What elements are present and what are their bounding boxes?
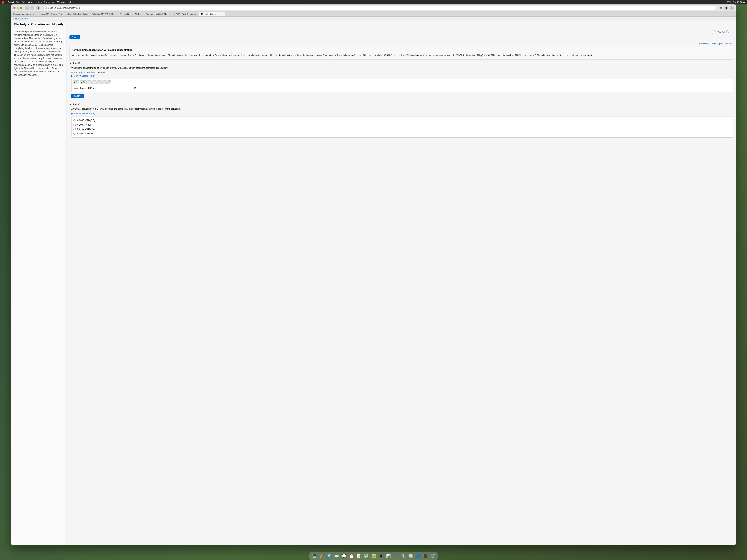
dock-calendar[interactable]: 📅 xyxy=(348,553,355,559)
tab-6[interactable]: ALEKS - Sofia Simmons... xyxy=(172,12,199,16)
window-menu[interactable]: Window xyxy=(57,1,66,3)
tab-1[interactable]: Inbox (13) - thesym1@g... xyxy=(38,12,66,16)
file-menu[interactable]: File xyxy=(16,1,20,3)
tab-view-button[interactable]: ⊞ xyxy=(36,6,41,10)
part-c-header[interactable]: ▼ Part C xyxy=(70,103,733,106)
concentration-input[interactable] xyxy=(95,86,132,90)
next-question-button[interactable]: › xyxy=(726,30,730,34)
top-right-links[interactable]: ■ Review | Constants | Periodic Table xyxy=(70,43,733,45)
maximize-button[interactable] xyxy=(20,7,22,9)
dock-finder[interactable]: 🖥️ xyxy=(311,553,317,559)
apple-menu[interactable]: 🍎 xyxy=(1,1,5,4)
dock-photos[interactable]: 🖼️ xyxy=(370,553,377,559)
history-menu[interactable]: History xyxy=(35,1,42,3)
dock-podcasts[interactable]: 🎙️ xyxy=(400,553,407,559)
part-c-content: A 0.100 M solution of K2SO4 would contai… xyxy=(70,107,733,138)
prev-question-button[interactable]: ‹ xyxy=(712,30,716,34)
dock-messages[interactable]: 💬 xyxy=(340,553,347,559)
radio-a[interactable] xyxy=(73,119,76,122)
dock-facetime[interactable]: 📱 xyxy=(378,553,384,559)
tab-2[interactable]: Class Schedule Listing xyxy=(66,12,90,16)
homework-back-link[interactable]: < Homework 5 xyxy=(14,18,28,20)
part-b-hint-link[interactable]: ▶ View Available Hint(s) xyxy=(71,75,733,77)
option-d-label: 0.0500 M NaOH xyxy=(77,132,93,135)
molarity-unit: M xyxy=(134,87,136,89)
math-input-container: ■√□ ΑΣφ ↩ ↪ ↺ ▭ ? concentration of K+ = xyxy=(71,79,733,92)
radio-c[interactable] xyxy=(73,128,76,130)
toolbar-actions: ⬆ + xyxy=(724,6,733,10)
dock-chrome[interactable]: 🔵 xyxy=(415,553,421,559)
dock-numbers[interactable]: 📊 xyxy=(385,553,392,559)
math-btn-symbols[interactable]: ΑΣφ xyxy=(80,80,86,84)
option-a[interactable]: 0.0800 M Na2CO3 xyxy=(73,118,731,123)
part-b-submit-button[interactable]: Submit xyxy=(71,94,84,98)
part-c-label: Part C xyxy=(73,103,80,106)
part-b-arrow: ▼ xyxy=(70,62,72,64)
radio-b[interactable] xyxy=(73,124,76,126)
nav-buttons: ‹ › xyxy=(25,6,34,10)
left-panel-text: When a compound is dissolved in water, t… xyxy=(14,30,64,77)
dock-safari[interactable]: 🌍 xyxy=(326,553,332,559)
browser-titlebar: ‹ › ⊞ 🔒 session.masteringchemistry.com ⊞… xyxy=(11,4,736,12)
part-b-content: What is the concentration of K+ ions in … xyxy=(70,66,733,100)
math-btn-redo[interactable]: ↪ xyxy=(92,80,97,84)
option-c[interactable]: 0.0750 M Na3PO4 xyxy=(73,127,731,131)
clock: Sun 10:51 AM xyxy=(733,1,746,3)
tab-0[interactable]: Consider summer class... xyxy=(11,12,38,16)
radio-d[interactable] xyxy=(73,132,76,135)
dock-maps[interactable]: 🗺️ xyxy=(363,553,369,559)
help-menu[interactable]: Help xyxy=(68,1,72,3)
browser-window: ‹ › ⊞ 🔒 session.masteringchemistry.com ⊞… xyxy=(11,4,736,545)
menubar: 🍎 Safari File Edit View History Bookmark… xyxy=(0,0,747,4)
forward-nav-button[interactable]: › xyxy=(30,6,34,10)
question-counter: 7 of 24 xyxy=(717,31,725,34)
traffic-lights xyxy=(14,7,22,9)
dock-notes[interactable]: 📝 xyxy=(355,553,362,559)
math-btn-reset[interactable]: ↺ xyxy=(97,80,102,84)
info-box-title: Formula-unit concentration versus ion co… xyxy=(72,48,731,52)
menubar-left: 🍎 Safari File Edit View History Bookmark… xyxy=(1,1,72,4)
safari-menu[interactable]: Safari xyxy=(7,1,14,3)
part-c-arrow: ▼ xyxy=(70,103,72,106)
url-text: session.masteringchemistry.com xyxy=(48,7,80,9)
math-input-row: concentration of K+ = M xyxy=(73,86,731,90)
tab-7-active[interactable]: MasteringChemistry: H... xyxy=(199,12,226,16)
browser-tabs: Consider summer class... Inbox (13) - th… xyxy=(11,12,736,17)
dock-mail[interactable]: ✉️ xyxy=(333,553,340,559)
edit-menu[interactable]: Edit xyxy=(22,1,26,3)
submit-button-top[interactable]: Submit xyxy=(70,35,80,39)
info-box-text: When you are given a concentration for a… xyxy=(72,53,731,57)
part-b-question: What is the concentration of K+ ions in … xyxy=(71,66,733,70)
view-menu[interactable]: View xyxy=(28,1,33,3)
minimize-button[interactable] xyxy=(17,7,19,9)
back-nav-button[interactable]: ‹ xyxy=(25,6,29,10)
math-btn-sqrt[interactable]: ■√□ xyxy=(73,80,79,84)
share-button[interactable]: ⬆ xyxy=(724,6,728,10)
math-btn-help[interactable]: ? xyxy=(107,80,111,84)
dock-music[interactable]: 🎵 xyxy=(392,553,399,559)
close-button[interactable] xyxy=(14,7,16,9)
bookmarks-menu[interactable]: Bookmarks xyxy=(44,1,55,3)
dock-launchpad[interactable]: 🚀 xyxy=(318,553,325,559)
reader-mode-button[interactable]: ⊞ xyxy=(719,6,723,10)
new-tab-plus[interactable]: + xyxy=(226,12,230,17)
tab-5[interactable]: Pearson's MyLab & Mas... xyxy=(144,12,172,16)
part-b-subtext: Express the concentration in molarity. xyxy=(71,71,733,74)
tab-4[interactable]: Ellucian Degree Works... xyxy=(118,12,144,16)
right-panel: ‹ 7 of 24 › Submit ■ Review | Constants … xyxy=(67,27,736,545)
url-bar[interactable]: 🔒 session.masteringchemistry.com xyxy=(43,6,716,10)
option-a-label: 0.0800 M Na2CO3 xyxy=(77,119,95,122)
tab-3[interactable]: Schedule 111.009 & 111.... xyxy=(90,12,118,16)
dock-tv[interactable]: 🎬 xyxy=(422,553,429,559)
dock-news[interactable]: 📰 xyxy=(407,553,414,559)
option-b-label: 0.100 M NaCl xyxy=(77,124,91,126)
math-btn-table[interactable]: ▭ xyxy=(102,80,107,84)
dock-trash[interactable]: 🗑️ xyxy=(430,553,436,559)
new-tab-button[interactable]: + xyxy=(729,6,733,10)
option-d[interactable]: 0.0500 M NaOH xyxy=(73,132,731,136)
part-b-header[interactable]: ▼ Part B xyxy=(70,62,733,64)
math-btn-undo[interactable]: ↩ xyxy=(87,80,92,84)
option-b[interactable]: 0.100 M NaCl xyxy=(73,123,731,127)
part-c-hint-link[interactable]: ▶ View Available Hint(s) xyxy=(71,112,733,115)
lock-icon: 🔒 xyxy=(45,7,47,9)
